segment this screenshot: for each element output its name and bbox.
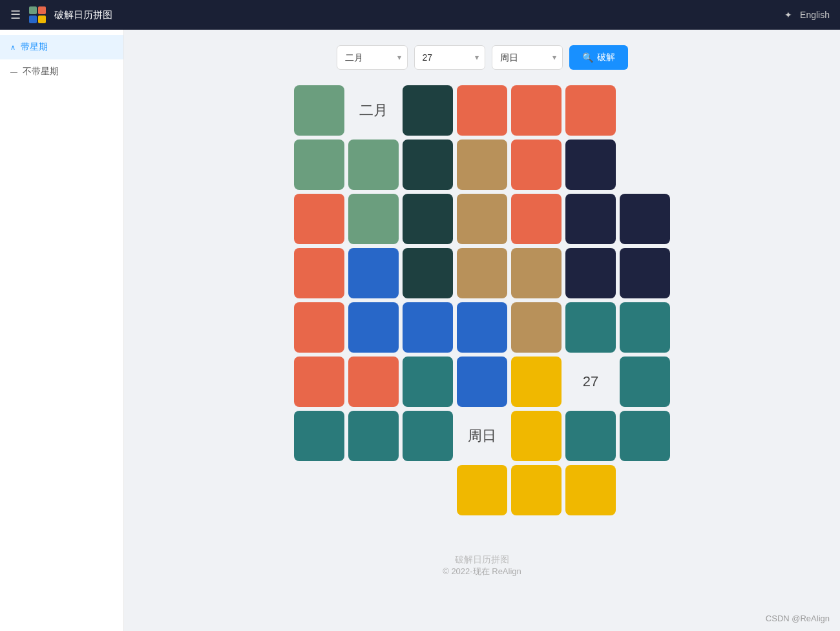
cell-r2c6 <box>565 140 616 190</box>
cell-r7c7 <box>620 411 670 461</box>
cell-r6c5 <box>511 357 562 407</box>
cell-r5c1 <box>294 302 344 353</box>
footer-brand: 破解日历拼图 <box>443 554 521 566</box>
translate-icon: ✦ <box>784 9 796 21</box>
cell-r2c5 <box>511 140 562 190</box>
cell-r4c5 <box>511 248 562 298</box>
cell-r1c6 <box>565 85 616 136</box>
cell-r7c1 <box>294 411 344 461</box>
svg-rect-0 <box>29 6 37 14</box>
cell-r1c2: 二月 <box>348 85 399 136</box>
cell-r8c1 <box>294 465 344 515</box>
cell-r6c4 <box>457 357 507 407</box>
cell-r2c7 <box>620 140 670 190</box>
month-select[interactable]: 一月 二月 三月 四月 五月 六月 七月 八月 九月 十月 十一月 十二月 <box>337 45 408 70</box>
cell-r7c5 <box>511 411 562 461</box>
watermark: CSDN @ReAlign <box>766 614 830 623</box>
solve-button-label: 破解 <box>597 52 615 63</box>
language-label: English <box>800 10 830 20</box>
cell-r6c7 <box>620 357 670 407</box>
cell-r1c3 <box>403 85 453 136</box>
sidebar-item-without-week[interactable]: — 不带星期 <box>0 59 123 84</box>
cell-r7c3 <box>403 411 453 461</box>
cell-r7c2 <box>348 411 399 461</box>
language-switcher[interactable]: ✦ English <box>784 9 830 21</box>
cell-r2c4 <box>457 140 507 190</box>
cell-r6c2 <box>348 357 399 407</box>
cell-r4c2 <box>348 248 399 298</box>
cell-r8c5 <box>511 465 562 515</box>
app-header: ☰ 破解日历拼图 ✦ English <box>0 0 840 30</box>
cell-r1c1 <box>294 85 344 136</box>
cell-r4c6 <box>565 248 616 298</box>
svg-rect-1 <box>38 6 46 14</box>
search-icon: 🔍 <box>582 52 593 63</box>
cell-r6c3 <box>403 357 453 407</box>
header-left: ☰ 破解日历拼图 <box>10 6 112 24</box>
main-content: 一月 二月 三月 四月 五月 六月 七月 八月 九月 十月 十一月 十二月 ▾ <box>124 30 840 631</box>
cell-r3c6 <box>565 194 616 244</box>
sidebar: ∧ 带星期 — 不带星期 <box>0 30 124 631</box>
cell-r2c1 <box>294 140 344 190</box>
footer-copyright: © 2022-现在 ReAlign <box>443 566 521 577</box>
svg-rect-3 <box>38 16 46 23</box>
cell-r5c2 <box>348 302 399 353</box>
controls-row: 一月 二月 三月 四月 五月 六月 七月 八月 九月 十月 十一月 十二月 ▾ <box>337 45 628 70</box>
main-layout: ∧ 带星期 — 不带星期 一月 二月 三月 四月 五月 六月 七月 八月 九月 <box>0 30 840 631</box>
cell-r5c3 <box>403 302 453 353</box>
cell-r4c3 <box>403 248 453 298</box>
cell-r1c5 <box>511 85 562 136</box>
dash-icon: — <box>10 68 17 76</box>
cell-r6c1 <box>294 357 344 407</box>
cell-r4c1 <box>294 248 344 298</box>
logo-icon <box>28 6 47 24</box>
cell-r3c4 <box>457 194 507 244</box>
footer: 破解日历拼图 © 2022-现在 ReAlign <box>443 554 521 577</box>
cell-r8c6 <box>565 465 616 515</box>
puzzle-grid: 二月27周日 <box>294 85 670 515</box>
cell-r8c7 <box>620 465 670 515</box>
cell-r8c3 <box>403 465 453 515</box>
cell-r6c6: 27 <box>565 357 616 407</box>
cell-r5c6 <box>565 302 616 353</box>
cell-r2c2 <box>348 140 399 190</box>
svg-text:✦: ✦ <box>784 10 792 20</box>
cell-r5c5 <box>511 302 562 353</box>
cell-r8c2 <box>348 465 399 515</box>
day-select[interactable]: 12345 678910 1112131415 1617181920 21222… <box>414 45 485 70</box>
hamburger-icon[interactable]: ☰ <box>10 8 21 22</box>
cell-r1c4 <box>457 85 507 136</box>
cell-r3c3 <box>403 194 453 244</box>
cell-r3c1 <box>294 194 344 244</box>
cell-r7c6 <box>565 411 616 461</box>
cell-r5c7 <box>620 302 670 353</box>
cell-r3c7 <box>620 194 670 244</box>
sidebar-item-without-week-label: 不带星期 <box>23 66 59 78</box>
app-title: 破解日历拼图 <box>54 9 112 21</box>
svg-rect-2 <box>29 16 37 23</box>
cell-r2c3 <box>403 140 453 190</box>
sidebar-item-with-week[interactable]: ∧ 带星期 <box>0 35 123 59</box>
cell-r4c4 <box>457 248 507 298</box>
cell-r8c4 <box>457 465 507 515</box>
weekday-select-wrapper: 周一周二周三周四周五周六周日 ▾ <box>492 45 563 70</box>
cell-r3c2 <box>348 194 399 244</box>
solve-button[interactable]: 🔍 破解 <box>569 45 628 70</box>
sidebar-item-with-week-label: 带星期 <box>21 41 48 53</box>
cell-r3c5 <box>511 194 562 244</box>
cell-r5c4 <box>457 302 507 353</box>
cell-r7c4: 周日 <box>457 411 507 461</box>
cell-r1c7 <box>620 85 670 136</box>
day-select-wrapper: 12345 678910 1112131415 1617181920 21222… <box>414 45 485 70</box>
weekday-select[interactable]: 周一周二周三周四周五周六周日 <box>492 45 563 70</box>
cell-r4c7 <box>620 248 670 298</box>
chevron-up-icon: ∧ <box>10 43 16 52</box>
month-select-wrapper: 一月 二月 三月 四月 五月 六月 七月 八月 九月 十月 十一月 十二月 ▾ <box>337 45 408 70</box>
